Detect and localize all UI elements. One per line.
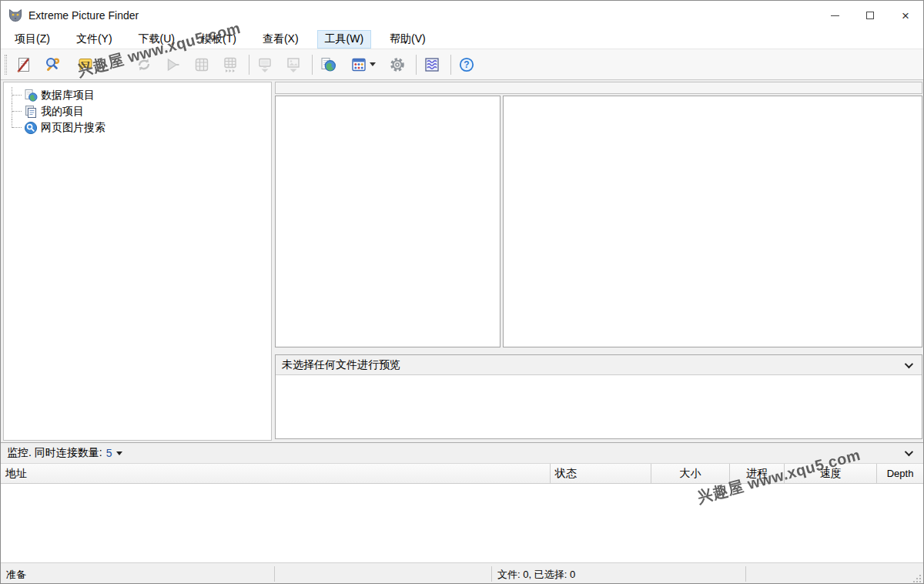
start-download-icon <box>164 56 181 73</box>
thumbnails-panel <box>503 96 922 347</box>
resize-grip-icon[interactable] <box>912 574 922 583</box>
svg-text:?: ? <box>464 59 469 70</box>
statusbar-divider <box>491 566 492 582</box>
preview-status-text: 未选择任何文件进行预览 <box>282 358 400 372</box>
toolbar-separator <box>416 55 417 75</box>
template-editor-button[interactable] <box>421 54 443 76</box>
toolbar-grip[interactable] <box>5 55 7 75</box>
comments-icon <box>77 56 94 73</box>
menu-download[interactable]: 下载(U) <box>131 30 182 49</box>
dropdown-arrow-icon[interactable] <box>370 62 376 66</box>
menu-file[interactable]: 文件(Y) <box>69 30 120 49</box>
restart-download-button[interactable] <box>133 54 155 76</box>
queue-table-body <box>1 484 923 562</box>
tree-item-database-projects[interactable]: 数据库项目 <box>4 87 271 103</box>
tree-item-web-image-search[interactable]: 网页图片搜索 <box>4 119 271 136</box>
column-header-speed[interactable]: 速度 <box>785 464 877 483</box>
download-to-computer-icon <box>256 56 273 73</box>
menu-tools[interactable]: 工具(W) <box>317 30 372 49</box>
help-icon: ? <box>458 56 475 73</box>
toolbar-separator <box>312 55 313 75</box>
results-table-button[interactable] <box>191 54 213 76</box>
maximize-icon <box>866 12 874 19</box>
new-project-icon <box>15 56 32 73</box>
minimize-icon <box>831 15 839 16</box>
tree-branch-line <box>12 87 22 103</box>
new-project-button[interactable] <box>13 54 35 76</box>
results-toolbar-strip <box>275 82 922 94</box>
save-pictures-button[interactable] <box>283 54 304 76</box>
web-image-search-icon <box>24 121 38 135</box>
file-list-panel <box>275 96 500 347</box>
application-window: Extreme Picture Finder × 项目(Z) 文件(Y) 下载(… <box>0 0 924 584</box>
menu-view[interactable]: 查看(X) <box>255 30 306 49</box>
results-table-icon <box>193 56 210 73</box>
menu-project[interactable]: 项目(Z) <box>7 30 58 49</box>
download-to-computer-button[interactable] <box>254 54 276 76</box>
toolbar: ? <box>1 49 923 80</box>
monitor-label: 监控. 同时连接数量: <box>7 446 102 460</box>
database-projects-icon <box>24 89 38 102</box>
status-bar: 准备 文件: 0, 已选择: 0 <box>1 562 923 584</box>
projects-tree-panel: 数据库项目 我的项目 网页图片搜索 <box>3 82 272 441</box>
queue-table-header: 地址 状态 大小 进程 速度 Depth <box>1 464 923 484</box>
tree-branch-line <box>12 119 22 128</box>
close-icon: × <box>902 9 909 22</box>
start-download-button[interactable] <box>162 54 183 76</box>
monitor-bar[interactable]: 监控. 同时连接数量: 5 <box>1 442 923 464</box>
template-editor-icon <box>424 56 440 73</box>
connections-count[interactable]: 5 <box>106 447 112 459</box>
thumbnails-view-icon <box>350 56 367 73</box>
window-controls: × <box>817 1 923 30</box>
column-header-address[interactable]: 地址 <box>1 464 551 483</box>
chevron-down-icon[interactable] <box>905 448 913 456</box>
toolbar-separator <box>450 55 451 75</box>
preview-body <box>276 375 922 438</box>
menu-bar: 项目(Z) 文件(Y) 下载(U) 模板(T) 查看(X) 工具(W) 帮助(V… <box>1 30 923 49</box>
comments-button[interactable] <box>75 54 96 76</box>
settings-icon <box>389 56 406 73</box>
toolbar-separator <box>249 55 249 75</box>
search-properties-button[interactable] <box>42 54 63 76</box>
status-files-text: 文件: 0, 已选择: 0 <box>497 568 575 582</box>
maximize-button[interactable] <box>852 1 888 30</box>
statusbar-divider <box>745 566 746 582</box>
preview-header[interactable]: 未选择任何文件进行预览 <box>276 355 922 375</box>
chevron-down-icon[interactable] <box>905 359 913 368</box>
tree-item-label: 数据库项目 <box>41 89 95 102</box>
connections-dropdown-icon[interactable] <box>116 451 122 455</box>
column-header-progress[interactable]: 进程 <box>730 464 785 483</box>
close-button[interactable]: × <box>888 1 923 30</box>
menu-help[interactable]: 帮助(V) <box>382 30 434 49</box>
open-in-browser-icon <box>320 56 336 73</box>
preview-section: 未选择任何文件进行预览 <box>275 354 922 439</box>
help-button[interactable]: ? <box>456 54 477 76</box>
settings-button[interactable] <box>387 54 408 76</box>
save-pictures-icon <box>285 56 302 73</box>
tree-item-my-projects[interactable]: 我的项目 <box>4 103 271 119</box>
minimize-button[interactable] <box>817 1 852 30</box>
restart-download-icon <box>136 56 152 73</box>
app-logo-icon <box>8 8 23 23</box>
column-header-depth[interactable]: Depth <box>877 464 923 483</box>
title-bar: Extreme Picture Finder × <box>1 1 923 30</box>
tree-item-label: 网页图片搜索 <box>41 121 105 135</box>
tree-branch-line <box>12 103 22 119</box>
thumbnails-view-button[interactable] <box>346 54 380 76</box>
window-title: Extreme Picture Finder <box>28 9 139 22</box>
skip-files-icon <box>222 56 239 73</box>
status-ready-text: 准备 <box>6 568 26 582</box>
my-projects-icon <box>24 105 38 119</box>
statusbar-divider <box>274 566 275 582</box>
skip-files-button[interactable] <box>219 54 241 76</box>
tree-item-label: 我的项目 <box>41 105 84 119</box>
column-header-status[interactable]: 状态 <box>551 464 651 483</box>
menu-template[interactable]: 模板(T) <box>193 30 244 49</box>
search-properties-icon <box>44 56 61 73</box>
open-in-browser-button[interactable] <box>317 54 339 76</box>
column-header-size[interactable]: 大小 <box>651 464 731 483</box>
